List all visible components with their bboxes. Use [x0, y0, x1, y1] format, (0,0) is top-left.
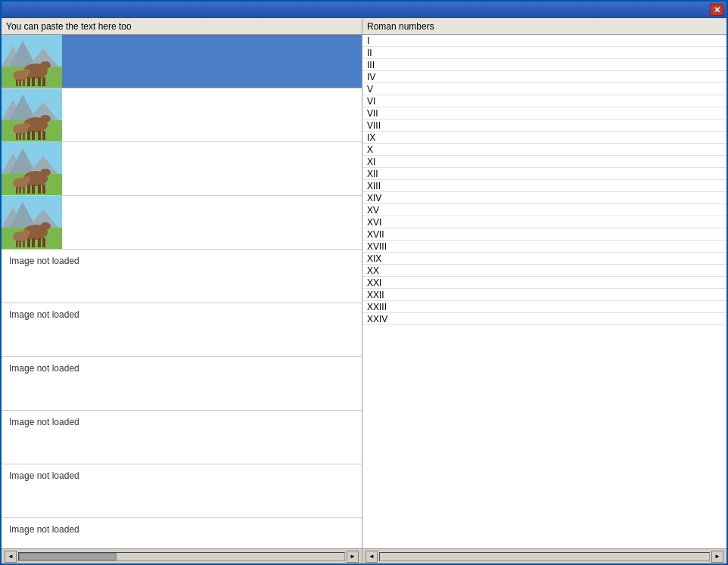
- svg-rect-56: [32, 238, 35, 247]
- left-header-label: You can paste the text here too: [6, 21, 132, 32]
- list-item[interactable]: Image not loaded: [2, 250, 362, 303]
- svg-rect-15: [23, 79, 25, 86]
- svg-rect-45: [16, 187, 18, 194]
- svg-rect-31: [23, 133, 25, 140]
- scroll-left-button-right[interactable]: ◄: [366, 551, 378, 563]
- roman-number-item[interactable]: XIV: [362, 192, 726, 204]
- list-item[interactable]: Image not loaded: [2, 411, 362, 464]
- item-thumbnail: [2, 196, 62, 249]
- right-panel: Roman numbers IIIIIIIVVVIVIIVIIIIXXXIXII…: [362, 18, 726, 563]
- image-not-loaded-label: Image not loaded: [2, 303, 362, 356]
- roman-number-item[interactable]: XV: [362, 204, 726, 216]
- item-text: [62, 35, 362, 88]
- svg-rect-41: [38, 185, 41, 194]
- svg-rect-63: [23, 241, 25, 247]
- item-thumbnail: [2, 142, 62, 195]
- svg-point-54: [40, 222, 51, 230]
- svg-rect-55: [27, 238, 30, 247]
- svg-rect-26: [42, 131, 45, 140]
- svg-point-44: [23, 176, 30, 182]
- svg-point-22: [40, 115, 51, 123]
- svg-rect-58: [42, 238, 45, 247]
- title-bar: ✕: [2, 2, 726, 18]
- list-item[interactable]: Image not loaded: [2, 303, 362, 357]
- svg-rect-14: [19, 79, 21, 86]
- roman-number-item[interactable]: XXI: [362, 277, 726, 289]
- list-item[interactable]: Image not loaded: [2, 518, 362, 548]
- svg-rect-61: [16, 241, 18, 247]
- list-item[interactable]: [2, 88, 362, 142]
- svg-point-38: [40, 169, 51, 176]
- roman-number-item[interactable]: XVII: [362, 228, 726, 241]
- left-panel-header: You can paste the text here too: [2, 18, 362, 35]
- main-window: ✕ You can paste the text here too: [0, 0, 728, 565]
- svg-rect-24: [32, 131, 35, 140]
- svg-point-60: [23, 230, 30, 236]
- right-header-label: Roman numbers: [367, 21, 434, 32]
- roman-number-item[interactable]: X: [362, 144, 726, 156]
- list-item[interactable]: [2, 142, 362, 196]
- left-bottom-bar: ◄ ►: [2, 548, 362, 563]
- roman-number-item[interactable]: XIII: [362, 180, 726, 192]
- svg-rect-8: [32, 77, 35, 86]
- item-text: [62, 196, 362, 249]
- right-bottom-bar: ◄ ►: [362, 548, 726, 563]
- svg-point-6: [40, 61, 51, 69]
- item-text: [62, 88, 362, 141]
- svg-rect-42: [42, 185, 45, 194]
- roman-number-item[interactable]: XVIII: [362, 241, 726, 253]
- svg-rect-9: [38, 77, 41, 86]
- roman-number-item[interactable]: IX: [362, 132, 726, 144]
- list-item[interactable]: Image not loaded: [2, 357, 362, 411]
- list-item[interactable]: Image not loaded: [2, 464, 362, 518]
- roman-number-item[interactable]: V: [362, 83, 726, 95]
- svg-rect-46: [19, 187, 21, 194]
- image-not-loaded-label: Image not loaded: [2, 411, 362, 464]
- scroll-left-button[interactable]: ◄: [5, 551, 17, 563]
- scroll-right-button[interactable]: ►: [347, 551, 359, 563]
- image-not-loaded-label: Image not loaded: [2, 464, 362, 517]
- roman-number-item[interactable]: XXIII: [362, 301, 726, 313]
- right-panel-header: Roman numbers: [362, 18, 726, 35]
- image-not-loaded-label: Image not loaded: [2, 518, 362, 548]
- roman-number-item[interactable]: XXII: [362, 289, 726, 301]
- roman-number-item[interactable]: II: [362, 47, 726, 59]
- svg-rect-30: [19, 133, 21, 140]
- svg-point-28: [23, 123, 30, 129]
- roman-number-item[interactable]: XII: [362, 168, 726, 180]
- list-item[interactable]: [2, 196, 362, 250]
- svg-rect-62: [19, 241, 21, 247]
- close-button[interactable]: ✕: [710, 4, 723, 16]
- roman-number-item[interactable]: III: [362, 59, 726, 71]
- roman-numbers-list[interactable]: IIIIIIIVVVIVIIVIIIIXXXIXIIXIIIXIVXVXVIXV…: [362, 35, 726, 548]
- roman-number-item[interactable]: VII: [362, 107, 726, 120]
- list-item[interactable]: [2, 35, 362, 88]
- roman-number-item[interactable]: XVI: [362, 216, 726, 228]
- svg-rect-23: [27, 131, 30, 140]
- svg-rect-13: [16, 79, 18, 86]
- svg-rect-25: [38, 131, 41, 140]
- svg-rect-40: [32, 185, 35, 194]
- roman-number-item[interactable]: I: [362, 35, 726, 47]
- scroll-right-button-right[interactable]: ►: [711, 551, 723, 563]
- roman-number-item[interactable]: XI: [362, 156, 726, 168]
- svg-rect-10: [42, 77, 45, 86]
- roman-number-item[interactable]: IV: [362, 71, 726, 83]
- roman-number-item[interactable]: VI: [362, 95, 726, 107]
- item-text: [62, 142, 362, 195]
- item-thumbnail: [2, 88, 62, 141]
- image-not-loaded-label: Image not loaded: [2, 250, 362, 303]
- roman-number-item[interactable]: XXIV: [362, 313, 726, 325]
- svg-rect-7: [27, 77, 30, 86]
- image-not-loaded-label: Image not loaded: [2, 357, 362, 410]
- left-content-list[interactable]: Image not loaded Image not loaded Image …: [2, 35, 362, 548]
- roman-number-item[interactable]: XIX: [362, 253, 726, 265]
- left-panel: You can paste the text here too: [2, 18, 362, 563]
- svg-point-12: [23, 69, 30, 75]
- svg-rect-47: [23, 187, 25, 194]
- svg-rect-39: [27, 185, 30, 194]
- svg-rect-29: [16, 133, 18, 140]
- svg-rect-57: [38, 238, 41, 247]
- roman-number-item[interactable]: XX: [362, 265, 726, 277]
- roman-number-item[interactable]: VIII: [362, 120, 726, 132]
